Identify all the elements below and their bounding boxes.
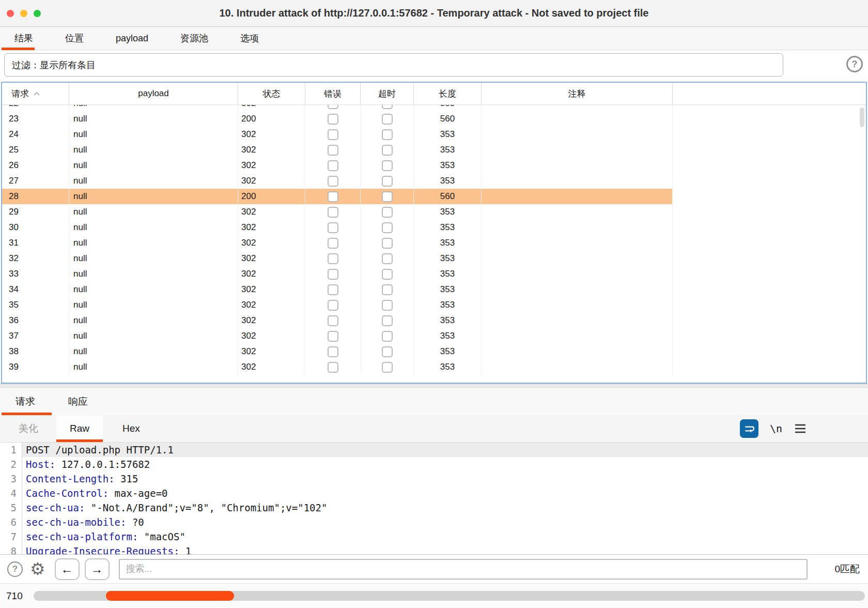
table-row[interactable]: 39 null 302 353 — [2, 359, 866, 375]
timeout-checkbox[interactable] — [382, 362, 393, 373]
cell-payload: null — [69, 173, 238, 189]
timeout-checkbox[interactable] — [382, 300, 393, 311]
column-header-request[interactable]: 请求 — [2, 83, 69, 104]
progress-segment — [106, 591, 234, 601]
tab-request[interactable]: 请求 — [16, 388, 35, 415]
table-row[interactable]: 27 null 302 353 — [2, 173, 866, 189]
timeout-checkbox[interactable] — [382, 160, 393, 171]
error-checkbox[interactable] — [328, 222, 338, 233]
table-row[interactable]: 38 null 302 353 — [2, 344, 866, 359]
line-number: 5 — [0, 500, 22, 515]
error-checkbox[interactable] — [328, 176, 338, 187]
table-row[interactable]: 23 null 200 560 — [2, 111, 866, 127]
column-header-timeout[interactable]: 超时 — [361, 83, 414, 104]
minimize-button[interactable] — [20, 10, 27, 17]
next-match-button[interactable]: → — [85, 558, 110, 580]
zoom-button[interactable] — [34, 10, 41, 17]
column-header-payload[interactable]: payload — [69, 83, 238, 104]
error-checkbox[interactable] — [328, 315, 338, 326]
timeout-checkbox[interactable] — [382, 145, 393, 156]
error-checkbox[interactable] — [328, 238, 338, 249]
tab-payload[interactable]: payload — [116, 27, 148, 50]
table-row[interactable]: 36 null 302 353 — [2, 313, 866, 328]
table-row[interactable]: 34 null 302 353 — [2, 282, 866, 297]
tab-resource-pool[interactable]: 资源池 — [180, 27, 208, 50]
table-row[interactable]: 37 null 302 353 — [2, 328, 866, 344]
tab-raw[interactable]: Raw — [56, 415, 103, 442]
error-checkbox[interactable] — [328, 191, 338, 202]
progress-bar — [34, 591, 865, 601]
tab-positions[interactable]: 位置 — [65, 27, 84, 50]
table-row[interactable]: 26 null 302 353 — [2, 158, 866, 173]
table-row[interactable]: 24 null 302 353 — [2, 127, 866, 142]
error-checkbox[interactable] — [328, 284, 338, 295]
error-checkbox[interactable] — [328, 346, 338, 357]
cell-status: 302 — [238, 359, 305, 375]
table-scrollbar-thumb[interactable] — [860, 108, 864, 127]
help-icon[interactable]: ? — [846, 56, 863, 72]
timeout-checkbox[interactable] — [382, 346, 393, 357]
request-editor[interactable]: 1 POST /upload.php HTTP/1.1 2 Host: 127.… — [0, 443, 868, 554]
tab-hex[interactable]: Hex — [118, 415, 144, 442]
table-row[interactable]: 33 null 302 353 — [2, 266, 866, 282]
timeout-checkbox[interactable] — [382, 253, 393, 264]
newline-toggle[interactable]: \n — [770, 422, 782, 435]
tab-response[interactable]: 响应 — [68, 388, 88, 415]
error-checkbox[interactable] — [328, 207, 338, 218]
table-row[interactable]: 28 null 200 560 — [2, 189, 866, 204]
timeout-checkbox[interactable] — [382, 191, 393, 202]
timeout-checkbox[interactable] — [382, 176, 393, 187]
timeout-checkbox[interactable] — [382, 269, 393, 280]
filter-bar[interactable]: 过滤：显示所有条目 — [4, 53, 783, 77]
table-row[interactable]: 31 null 302 353 — [2, 235, 866, 251]
table-row[interactable]: 30 null 302 353 — [2, 220, 866, 235]
timeout-checkbox[interactable] — [382, 114, 393, 125]
timeout-checkbox[interactable] — [382, 222, 393, 233]
timeout-checkbox[interactable] — [382, 331, 393, 342]
timeout-checkbox[interactable] — [382, 284, 393, 295]
column-header-status[interactable]: 状态 — [238, 83, 305, 104]
timeout-checkbox[interactable] — [382, 238, 393, 249]
column-header-comment[interactable]: 注释 — [482, 83, 673, 104]
timeout-checkbox[interactable] — [382, 129, 393, 140]
table-row[interactable]: 22 null 302 353 — [2, 105, 866, 111]
error-checkbox[interactable] — [328, 160, 338, 171]
cell-empty — [673, 127, 866, 142]
error-checkbox[interactable] — [328, 300, 338, 311]
tab-pretty[interactable]: 美化 — [14, 415, 42, 442]
line-number: 7 — [0, 529, 22, 544]
table-row[interactable]: 32 null 302 353 — [2, 251, 866, 266]
table-row[interactable]: 29 null 302 353 — [2, 204, 866, 220]
search-input[interactable] — [119, 559, 808, 580]
prev-match-button[interactable]: ← — [55, 558, 80, 580]
cell-request: 27 — [2, 173, 69, 189]
timeout-checkbox[interactable] — [382, 207, 393, 218]
tab-results[interactable]: 结果 — [14, 27, 33, 50]
cell-status: 200 — [238, 189, 305, 204]
gear-icon[interactable]: ⚙ — [30, 560, 45, 577]
column-header-length[interactable]: 长度 — [414, 83, 482, 104]
menu-icon[interactable] — [794, 423, 807, 434]
column-header-error[interactable]: 错误 — [305, 83, 361, 104]
table-row[interactable]: 35 null 302 353 — [2, 297, 866, 313]
tab-options[interactable]: 选项 — [240, 27, 259, 50]
word-wrap-icon[interactable] — [740, 419, 758, 438]
cell-payload: null — [69, 359, 238, 375]
error-checkbox[interactable] — [328, 269, 338, 280]
cell-empty — [673, 158, 866, 173]
error-checkbox[interactable] — [328, 253, 338, 264]
error-checkbox[interactable] — [328, 362, 338, 373]
timeout-checkbox[interactable] — [382, 105, 393, 109]
code-line: 8 Upgrade-Insecure-Requests: 1 — [0, 544, 868, 554]
error-checkbox[interactable] — [328, 105, 338, 109]
error-checkbox[interactable] — [328, 145, 338, 156]
error-checkbox[interactable] — [328, 331, 338, 342]
error-checkbox[interactable] — [328, 114, 338, 125]
search-help-icon[interactable]: ? — [7, 561, 23, 577]
close-button[interactable] — [7, 10, 14, 17]
table-row[interactable]: 25 null 302 353 — [2, 142, 866, 158]
timeout-checkbox[interactable] — [382, 315, 393, 326]
error-checkbox[interactable] — [328, 129, 338, 140]
cell-timeout — [361, 111, 414, 127]
cell-length: 560 — [414, 189, 482, 204]
